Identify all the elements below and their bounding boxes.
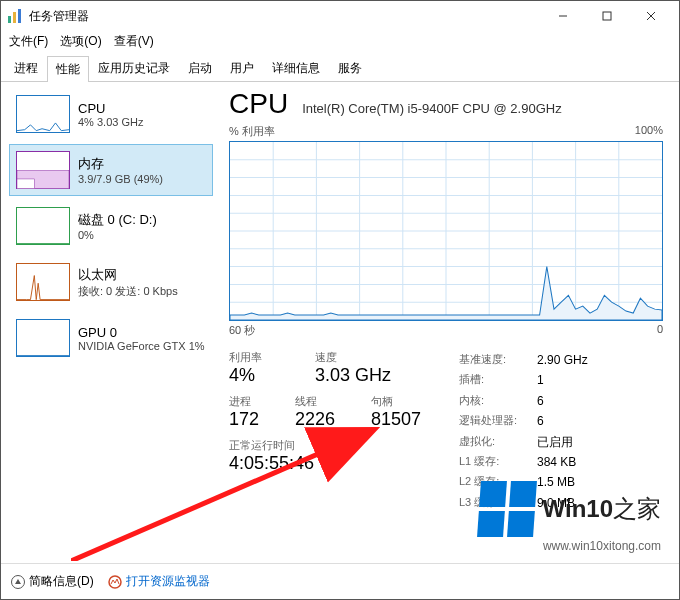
- kv-sockets-v: 1: [537, 370, 544, 390]
- sidebar-item-gpu[interactable]: GPU 0 NVIDIA GeForce GTX 1%: [9, 312, 213, 364]
- kv-logical-k: 逻辑处理器:: [459, 411, 529, 431]
- close-button[interactable]: [629, 2, 673, 30]
- kv-l1-k: L1 缓存:: [459, 452, 529, 472]
- tab-app-history[interactable]: 应用历史记录: [89, 55, 179, 81]
- resource-monitor-icon: [108, 575, 122, 589]
- kv-virtualization-v: 已启用: [537, 432, 573, 452]
- kv-cores-k: 内核:: [459, 391, 529, 411]
- sidebar-item-disk[interactable]: 磁盘 0 (C: D:) 0%: [9, 200, 213, 252]
- stat-value-processes: 172: [229, 409, 279, 430]
- cpu-model: Intel(R) Core(TM) i5-9400F CPU @ 2.90GHz: [302, 101, 562, 116]
- sidebar-item-sub: 3.9/7.9 GB (49%): [78, 173, 163, 185]
- footer: 简略信息(D) 打开资源监视器: [1, 563, 679, 599]
- stat-value-speed: 3.03 GHz: [315, 365, 391, 386]
- cpu-thumb: [16, 95, 70, 133]
- menu-options[interactable]: 选项(O): [60, 33, 101, 50]
- sidebar-item-ethernet[interactable]: 以太网 接收: 0 发送: 0 Kbps: [9, 256, 213, 308]
- chevron-up-circle-icon: [11, 575, 25, 589]
- stat-label-uptime: 正常运行时间: [229, 438, 459, 453]
- sidebar-item-label: CPU: [78, 101, 143, 116]
- stat-label-utilization: 利用率: [229, 350, 299, 365]
- memory-thumb: [16, 151, 70, 189]
- sidebar-item-label: 磁盘 0 (C: D:): [78, 211, 157, 229]
- ethernet-thumb: [16, 263, 70, 301]
- stat-label-speed: 速度: [315, 350, 391, 365]
- menu-file[interactable]: 文件(F): [9, 33, 48, 50]
- tab-details[interactable]: 详细信息: [263, 55, 329, 81]
- tabstrip: 进程 性能 应用历史记录 启动 用户 详细信息 服务: [1, 55, 679, 82]
- stat-label-processes: 进程: [229, 394, 279, 409]
- menubar: 文件(F) 选项(O) 查看(V): [1, 31, 679, 51]
- stat-value-uptime: 4:05:55:46: [229, 453, 459, 474]
- chart-x-left: 60 秒: [229, 323, 255, 338]
- sidebar-item-label: 内存: [78, 155, 163, 173]
- window-title: 任务管理器: [29, 8, 541, 25]
- titlebar[interactable]: 任务管理器: [1, 1, 679, 31]
- sidebar-item-sub: 0%: [78, 229, 157, 241]
- brief-info-button[interactable]: 简略信息(D): [11, 573, 94, 590]
- stat-label-handles: 句柄: [371, 394, 421, 409]
- tab-services[interactable]: 服务: [329, 55, 371, 81]
- windows-logo-icon: [477, 481, 537, 537]
- sidebar: CPU 4% 3.03 GHz 内存 3.9/7.9 GB (49%): [1, 82, 221, 568]
- sidebar-item-label: GPU 0: [78, 325, 205, 340]
- brief-info-label: 简略信息(D): [29, 573, 94, 590]
- kv-l1-v: 384 KB: [537, 452, 576, 472]
- kv-sockets-k: 插槽:: [459, 370, 529, 390]
- svg-rect-8: [17, 179, 34, 189]
- disk-thumb: [16, 207, 70, 245]
- watermark-url: www.win10xitong.com: [543, 539, 661, 553]
- chart-x-right: 0: [657, 323, 663, 338]
- stat-value-utilization: 4%: [229, 365, 299, 386]
- sidebar-item-memory[interactable]: 内存 3.9/7.9 GB (49%): [9, 144, 213, 196]
- tab-startup[interactable]: 启动: [179, 55, 221, 81]
- svg-rect-2: [18, 9, 21, 23]
- watermark-brand2: 之家: [613, 495, 661, 522]
- tab-processes[interactable]: 进程: [5, 55, 47, 81]
- sidebar-item-sub: 接收: 0 发送: 0 Kbps: [78, 284, 178, 299]
- maximize-button[interactable]: [585, 2, 629, 30]
- kv-cores-v: 6: [537, 391, 544, 411]
- chart-y-label: % 利用率: [229, 124, 275, 139]
- kv-virtualization-k: 虚拟化:: [459, 432, 529, 452]
- watermark-brand1: Win10: [543, 495, 613, 522]
- task-manager-window: 任务管理器 文件(F) 选项(O) 查看(V) 进程 性能 应用历史记录 启动 …: [0, 0, 680, 600]
- sidebar-item-cpu[interactable]: CPU 4% 3.03 GHz: [9, 88, 213, 140]
- stat-value-threads: 2226: [295, 409, 355, 430]
- chart-y-max: 100%: [635, 124, 663, 139]
- kv-logical-v: 6: [537, 411, 544, 431]
- open-resource-monitor-link[interactable]: 打开资源监视器: [108, 573, 210, 590]
- gpu-thumb: [16, 319, 70, 357]
- watermark: Win10之家 www.win10xitong.com: [479, 481, 661, 553]
- menu-view[interactable]: 查看(V): [114, 33, 154, 50]
- stat-value-handles: 81507: [371, 409, 421, 430]
- page-title: CPU: [229, 88, 288, 120]
- sidebar-item-sub: 4% 3.03 GHz: [78, 116, 143, 128]
- tab-users[interactable]: 用户: [221, 55, 263, 81]
- tab-performance[interactable]: 性能: [47, 56, 89, 82]
- kv-base-speed-k: 基准速度:: [459, 350, 529, 370]
- cpu-utilization-chart[interactable]: [229, 141, 663, 321]
- app-icon: [7, 8, 23, 24]
- svg-rect-4: [603, 12, 611, 20]
- sidebar-item-sub: NVIDIA GeForce GTX 1%: [78, 340, 205, 352]
- window-controls: [541, 2, 673, 30]
- stat-label-threads: 线程: [295, 394, 355, 409]
- sidebar-item-label: 以太网: [78, 266, 178, 284]
- svg-rect-1: [13, 12, 16, 23]
- minimize-button[interactable]: [541, 2, 585, 30]
- kv-base-speed-v: 2.90 GHz: [537, 350, 588, 370]
- svg-rect-0: [8, 16, 11, 23]
- resource-monitor-label: 打开资源监视器: [126, 573, 210, 590]
